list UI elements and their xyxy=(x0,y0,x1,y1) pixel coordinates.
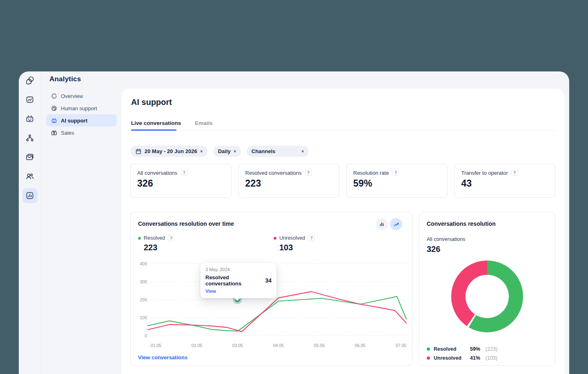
donut-chart-card: Conversations resolution All conversatio… xyxy=(419,212,555,366)
help-icon[interactable]: ? xyxy=(392,169,399,176)
sidebar-item-overview[interactable]: Overview xyxy=(46,90,117,102)
sidebar-item-label: Sales xyxy=(61,130,74,136)
tooltip-view-link[interactable]: View xyxy=(205,289,216,294)
metric-label: Resolution rate xyxy=(353,170,389,176)
main-panel: AI support Live conversations Emails 20 … xyxy=(121,89,564,374)
date-range-filter[interactable]: 20 May - 20 Jun 2026 ▾ xyxy=(131,146,207,157)
page-title: AI support xyxy=(131,98,172,107)
legend-count: (223) xyxy=(486,346,497,352)
legend-value: 103 xyxy=(279,243,315,252)
icon-rail xyxy=(19,71,41,374)
svg-text:200: 200 xyxy=(140,297,147,302)
donut-chart xyxy=(451,260,523,332)
svg-text:0: 0 xyxy=(145,333,147,338)
line-chart-card: Conversations resolution over time Resol… xyxy=(130,212,412,366)
help-icon[interactable]: ? xyxy=(511,169,518,176)
resolved-dot-icon xyxy=(427,347,430,351)
sales-icon xyxy=(51,129,57,136)
help-icon[interactable]: ? xyxy=(308,235,315,241)
calendar-icon xyxy=(136,149,141,154)
chatbot-icon[interactable] xyxy=(25,114,34,123)
donut-legend: Resolved 59% (223) Unresolved 41% (103) xyxy=(427,345,497,363)
svg-text:03.05: 03.05 xyxy=(232,343,243,348)
donut-subtitle: All conversations xyxy=(427,236,466,242)
legend-percent: 59% xyxy=(470,346,480,352)
date-range-value: 20 May - 20 Jun 2026 xyxy=(145,148,197,154)
metric-card-all-conversations: All conversations? 326 xyxy=(130,164,232,198)
chevron-down-icon: ▾ xyxy=(234,149,236,154)
legend-value: 223 xyxy=(144,243,175,252)
svg-text:400: 400 xyxy=(140,261,147,266)
flows-icon[interactable] xyxy=(25,134,34,142)
donut-legend-unresolved: Unresolved 41% (103) xyxy=(427,354,497,363)
human-support-icon xyxy=(51,105,57,111)
legend-label: Resolved xyxy=(434,346,466,352)
tab-live-conversations[interactable]: Live conversations xyxy=(131,120,181,126)
sidebar-item-label: AI support xyxy=(61,118,87,124)
legend-resolved: Resolved ? 223 xyxy=(138,235,175,252)
metric-card-resolved-conversations: Resolved conversations? 223 xyxy=(238,164,340,198)
unresolved-dot-icon xyxy=(274,237,276,240)
analytics-icon[interactable] xyxy=(25,191,34,200)
sidebar-item-label: Human support xyxy=(61,105,97,111)
tooltip-date: 3 May, 2024 xyxy=(205,267,272,272)
bar-chart-toggle-button[interactable] xyxy=(376,218,388,230)
svg-text:06.05: 06.05 xyxy=(355,343,365,348)
metric-label: Resolved conversations xyxy=(245,170,302,176)
sidebar-item-label: Overview xyxy=(61,93,83,99)
metric-value: 223 xyxy=(245,178,333,189)
svg-text:04.05: 04.05 xyxy=(273,343,284,348)
metric-label: Transfer to operator xyxy=(461,170,508,176)
metric-value: 326 xyxy=(137,178,225,189)
chevron-down-icon: ▾ xyxy=(200,149,203,154)
svg-text:02.05: 02.05 xyxy=(192,343,202,348)
sidebar-item-sales[interactable]: Sales xyxy=(46,127,117,139)
mail-icon[interactable] xyxy=(25,153,34,162)
sidebar-item-ai-support[interactable]: AI support xyxy=(46,114,117,127)
unresolved-dot-icon xyxy=(427,356,430,360)
inbox-icon[interactable] xyxy=(25,95,34,104)
legend-percent: 41% xyxy=(470,355,480,361)
legend-label: Unresolved xyxy=(279,235,305,241)
sidebar-items: Overview Human support AI support xyxy=(46,90,117,139)
analytics-sidebar: Analytics Overview Human support xyxy=(42,71,121,374)
line-chart-title: Conversations resolution over time xyxy=(138,220,234,227)
donut-total: 326 xyxy=(427,245,440,254)
channels-filter[interactable]: Channels ▾ xyxy=(247,146,309,157)
sidebar-item-human-support[interactable]: Human support xyxy=(46,102,117,114)
channels-value: Channels xyxy=(252,148,276,154)
legend-label: Unresolved xyxy=(434,355,466,361)
help-icon[interactable]: ? xyxy=(180,169,187,176)
help-icon[interactable]: ? xyxy=(305,169,312,176)
svg-text:05.05: 05.05 xyxy=(314,343,325,348)
legend-count: (103) xyxy=(486,355,497,361)
legend-label: Resolved xyxy=(144,235,165,241)
line-chart-toggle-button[interactable] xyxy=(390,218,402,230)
svg-text:100: 100 xyxy=(140,315,147,320)
help-icon[interactable]: ? xyxy=(168,235,175,241)
tab-divider xyxy=(131,130,555,131)
frequency-filter[interactable]: Daily ▾ xyxy=(213,146,241,157)
tab-emails[interactable]: Emails xyxy=(195,120,213,126)
frequency-value: Daily xyxy=(218,148,231,154)
donut-legend-resolved: Resolved 59% (223) xyxy=(427,345,497,354)
overview-icon xyxy=(51,93,57,99)
svg-text:300: 300 xyxy=(140,279,147,284)
tab-bar: Live conversations Emails xyxy=(131,120,213,126)
app-logo-icon[interactable] xyxy=(25,76,35,86)
chart-tooltip: 3 May, 2024 Resolved conversations 34 Vi… xyxy=(200,263,276,298)
view-conversations-link[interactable]: View conversations xyxy=(138,354,187,361)
contacts-icon[interactable] xyxy=(25,172,34,181)
app-window: Analytics Overview Human support xyxy=(19,71,569,374)
chevron-down-icon: ▾ xyxy=(302,149,304,154)
tooltip-value: 34 xyxy=(265,277,272,284)
resolved-dot-icon xyxy=(138,237,141,240)
sidebar-title: Analytics xyxy=(49,75,81,83)
desktop-background: Analytics Overview Human support xyxy=(0,0,588,374)
donut-chart-title: Conversations resolution xyxy=(427,220,496,227)
svg-text:07.05: 07.05 xyxy=(396,343,406,348)
metric-card-resolution-rate: Resolution rate? 59% xyxy=(346,164,448,198)
active-tab-underline xyxy=(131,129,176,131)
ai-support-icon xyxy=(51,117,57,124)
chart-type-toggle xyxy=(376,218,402,230)
